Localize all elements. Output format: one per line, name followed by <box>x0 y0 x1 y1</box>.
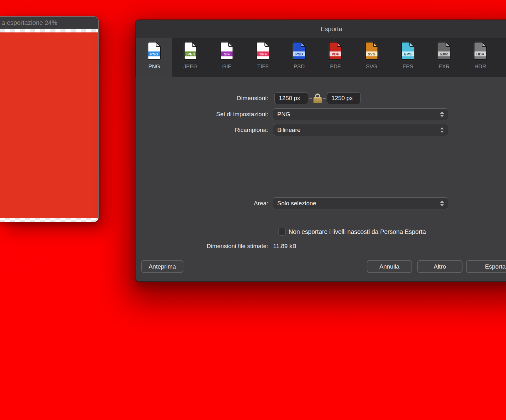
svg-text:PSD: PSD <box>295 52 303 56</box>
lock-link-dash <box>323 98 326 99</box>
dimensions-label: Dimensioni: <box>135 95 268 102</box>
resample-label: Ricampiona: <box>135 127 268 133</box>
cancel-button[interactable]: Annulla <box>367 260 412 273</box>
tab-hdr[interactable]: HDRHDR <box>462 38 498 77</box>
width-value: 1250 px <box>279 95 300 102</box>
preset-label: Set di impostazioni: <box>135 111 268 118</box>
export-button-label: Esporta <box>485 263 505 270</box>
svg-text:HDR: HDR <box>476 52 485 56</box>
tab-gif[interactable]: GIFGIF <box>209 38 245 77</box>
tab-label: PNG <box>148 64 160 70</box>
height-value: 1250 px <box>331 95 353 102</box>
resample-dropdown[interactable]: Bilineare <box>273 124 448 136</box>
desktop: { "desktop": { "background_color": "#ff0… <box>0 0 506 420</box>
hidden-layers-checkbox[interactable] <box>278 228 286 236</box>
format-tab-strip: PNGPNGJPEGJPEGGIFGIFTIFFTIFFPSDPSDPDFPDF… <box>135 38 506 77</box>
tab-png[interactable]: PNGPNG <box>136 38 172 77</box>
tab-pdf[interactable]: PDFPDF <box>317 38 354 77</box>
hidden-layers-label: Non esportare i livelli nascosti da Pers… <box>289 228 426 236</box>
transparency-checkerboard <box>0 29 98 222</box>
area-dropdown[interactable]: Solo selezione <box>273 197 448 209</box>
svg-text:GIF: GIF <box>224 52 230 56</box>
stepper-arrows-icon <box>440 201 444 206</box>
more-button[interactable]: Altro <box>417 260 463 273</box>
dialog-titlebar: Esporta <box>135 20 506 38</box>
tab-svg[interactable]: SVGSVG <box>354 38 390 77</box>
tab-label: JPEG <box>183 64 197 70</box>
tab-label: TIFF <box>257 64 269 70</box>
width-input[interactable]: 1250 px <box>274 92 308 104</box>
exr-file-icon: EXR <box>437 42 451 60</box>
tiff-file-icon: TIFF <box>256 42 270 60</box>
tab-psd[interactable]: PSDPSD <box>281 38 317 77</box>
svg-text:JPEG: JPEG <box>186 52 195 56</box>
tab-tiff[interactable]: TIFFTIFF <box>245 38 281 77</box>
tab-label: SVG <box>366 64 377 70</box>
preset-dropdown[interactable]: PNG <box>273 108 448 120</box>
tab-label: PDF <box>330 64 341 70</box>
svg-text:TIFF: TIFF <box>259 52 267 56</box>
stepper-arrows-icon <box>440 111 444 117</box>
tab-exr[interactable]: EXREXR <box>426 38 462 77</box>
jpeg-file-icon: JPEG <box>183 42 198 60</box>
resample-row: Ricampiona: Bilineare <box>135 124 506 136</box>
svg-text:PNG: PNG <box>150 52 158 56</box>
height-input[interactable]: 1250 px <box>327 92 361 104</box>
eps-file-icon: EPS <box>401 42 415 60</box>
svg-text:EXR: EXR <box>440 52 448 56</box>
more-button-label: Altro <box>434 263 446 270</box>
preview-window-titlebar[interactable]: a esportazione 24% <box>0 17 98 29</box>
filesize-value: 11.89 kB <box>273 243 296 250</box>
svg-text:EPS: EPS <box>404 52 412 56</box>
tab-eps[interactable]: EPSEPS <box>390 38 426 77</box>
tab-label: PSD <box>294 64 305 70</box>
preview-window-title: a esportazione 24% <box>2 19 57 26</box>
lock-link-dash <box>309 98 312 99</box>
exported-image-preview <box>0 32 98 218</box>
preset-row: Set di impostazioni: PNG <box>135 108 506 120</box>
tab-label: EXR <box>439 64 450 70</box>
tab-label: HDR <box>474 64 486 70</box>
export-preview-window: a esportazione 24% <box>0 16 99 222</box>
dimensions-row: Dimensioni: 1250 px 1250 px <box>135 92 506 104</box>
svg-text:PDF: PDF <box>332 52 339 56</box>
svg-file-icon: SVG <box>365 42 379 60</box>
filesize-label: Dimensioni file stimate: <box>135 243 268 250</box>
preview-button[interactable]: Anteprima <box>141 260 183 273</box>
tab-label: GIF <box>222 64 231 70</box>
tab-jpeg[interactable]: JPEGJPEG <box>172 38 209 77</box>
stepper-arrows-icon <box>440 127 444 133</box>
dialog-title: Esporta <box>321 26 342 33</box>
export-dialog: Esporta PNGPNGJPEGJPEGGIFGIFTIFFTIFFPSDP… <box>135 20 506 282</box>
area-label: Area: <box>135 200 268 207</box>
hidden-layers-row: Non esportare i livelli nascosti da Pers… <box>278 228 506 236</box>
padlock-icon <box>313 94 322 103</box>
area-row: Area: Solo selezione <box>135 197 506 209</box>
pdf-file-icon: PDF <box>328 42 342 60</box>
preview-button-label: Anteprima <box>149 263 176 270</box>
area-value: Solo selezione <box>277 200 316 207</box>
hdr-file-icon: HDR <box>473 42 487 60</box>
tab-label: EPS <box>402 64 413 70</box>
aspect-ratio-lock-icon[interactable] <box>308 94 327 103</box>
png-file-icon: PNG <box>147 42 161 60</box>
svg-text:SVG: SVG <box>368 52 376 56</box>
preset-value: PNG <box>277 111 290 118</box>
resample-value: Bilineare <box>277 127 301 133</box>
cancel-button-label: Annulla <box>379 263 399 270</box>
psd-file-icon: PSD <box>292 42 306 60</box>
filesize-row: Dimensioni file stimate: 11.89 kB <box>135 243 506 250</box>
gif-file-icon: GIF <box>220 42 234 60</box>
export-button[interactable]: Esporta <box>466 260 506 273</box>
